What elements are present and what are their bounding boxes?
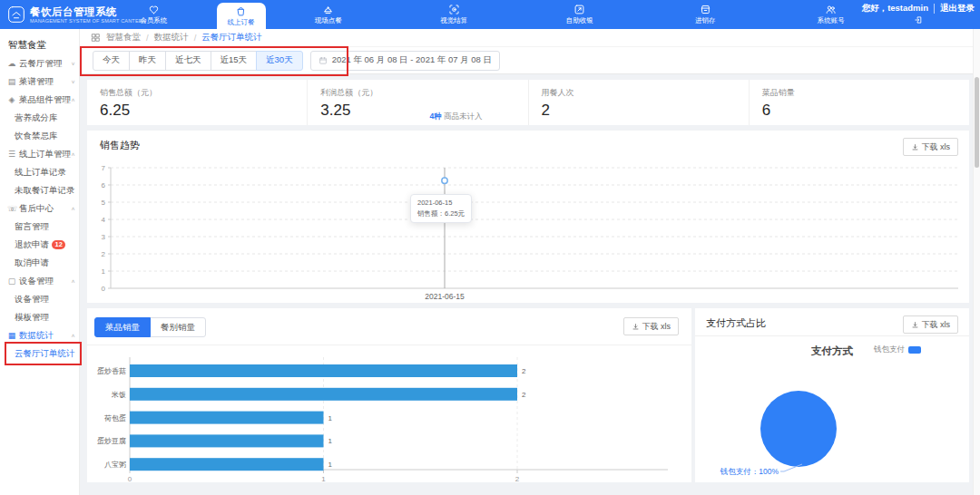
download-label: 下载 xls — [642, 321, 671, 333]
chevron-up-icon: ∧ — [71, 151, 75, 157]
sidebar-label: 取消申请 — [15, 257, 49, 269]
top-navigation: 会员系统线上订餐现场点餐视觉结算自助收银进销存系统账号 — [91, 0, 894, 29]
sidebar-label: 线上订单记录 — [15, 167, 66, 179]
svg-text:2: 2 — [515, 475, 520, 482]
filter-bar: 今天昨天近七天近15天近30天 2021 年 06 月 08 日 - 2021 … — [80, 47, 980, 74]
sidebar-label: 云餐厅管理 — [19, 58, 63, 70]
svg-text:0: 0 — [102, 285, 106, 293]
sidebar-label: 售后中心 — [19, 203, 54, 215]
svg-text:1: 1 — [102, 267, 106, 276]
svg-text:1: 1 — [328, 461, 333, 469]
sidebar-label: 留言管理 — [15, 221, 49, 233]
users-icon — [825, 4, 837, 15]
svg-text:1: 1 — [328, 437, 333, 445]
sidebar-item-7[interactable]: ☰线上订单管理∧ — [0, 145, 79, 163]
sales-trend-line-chart[interactable]: 012345672021-06-15 — [87, 158, 969, 303]
sidebar-item-13[interactable]: 取消申请 — [0, 254, 79, 272]
sidebar-item-11[interactable]: 留言管理 — [0, 218, 79, 236]
chevron-down-icon: ∨ — [71, 79, 75, 84]
download-xls-button[interactable]: 下载 xls — [903, 138, 959, 156]
sidebar-item-6[interactable]: 饮食禁忌库 — [0, 127, 79, 145]
logout-icon[interactable] — [914, 15, 923, 24]
store-icon — [700, 4, 711, 15]
svg-text:0: 0 — [128, 475, 132, 482]
sidebar-item-10[interactable]: ☏售后中心∧ — [0, 199, 79, 218]
filter-range-button-5[interactable]: 近30天 — [256, 51, 303, 71]
self-checkout-icon — [573, 4, 585, 15]
stat-value: 2 — [542, 102, 749, 120]
sidebar-item-14[interactable]: ▢设备管理∧ — [0, 272, 79, 290]
date-range-picker[interactable]: 2021 年 06 月 08 日 - 2021 年 07 月 08 日 — [310, 51, 500, 71]
sidebar-item-12[interactable]: 退款申请12 — [0, 236, 79, 254]
filter-range-button-2[interactable]: 昨天 — [129, 51, 166, 71]
stat-card-3: 用餐人次2 — [528, 80, 749, 125]
sidebar-item-4[interactable]: ◈菜品组件管理∧ — [0, 91, 79, 109]
dish-sales-bar-chart[interactable]: 012蛋炒香菇2米饭2荷包蛋1蛋炒豆腐1八宝粥1 — [87, 352, 691, 482]
sales-trend-panel: 销售趋势 下载 xls 012345672021-06-15 2021-06-1… — [87, 131, 969, 303]
download-xls-button[interactable]: 下载 xls — [903, 315, 959, 334]
sidebar-item-3[interactable]: ▤菜谱管理∨ — [0, 73, 79, 91]
logo-icon — [7, 5, 25, 24]
svg-text:2021-06-15: 2021-06-15 — [425, 292, 465, 301]
stat-label: 菜品销量 — [762, 87, 969, 99]
svg-text:3: 3 — [102, 233, 106, 241]
cloud-restaurant-icon: ☁ — [7, 59, 16, 68]
dish-sales-tab-1[interactable]: 菜品销量 — [94, 317, 151, 337]
topnav-item-1[interactable]: 会员系统 — [91, 0, 217, 29]
download-icon — [911, 321, 919, 329]
statistics-icon: ▦ — [7, 331, 16, 340]
breadcrumb-item[interactable]: 智慧食堂 — [106, 32, 141, 44]
svg-text:钱包支付：100%: 钱包支付：100% — [720, 467, 779, 476]
user-greeting: 您好，testadmin — [862, 3, 928, 15]
sidebar-label: 数据统计 — [19, 330, 54, 342]
breadcrumb-item[interactable]: 数据统计 — [154, 32, 189, 44]
topnav-item-2[interactable]: 线上订餐 — [217, 3, 266, 29]
scrollbar-thumb[interactable] — [975, 77, 979, 168]
sidebar-label: 饮食禁忌库 — [15, 131, 58, 142]
topnav-label: 会员系统 — [140, 16, 167, 25]
tooltip-value: 销售额：6.25元 — [417, 209, 465, 219]
date-range-value: 2021 年 06 月 08 日 - 2021 年 07 月 08 日 — [332, 54, 492, 66]
sidebar-item-17[interactable]: ▦数据统计∧ — [0, 326, 79, 345]
grid-icon — [91, 33, 101, 43]
svg-text:7: 7 — [102, 164, 106, 172]
sidebar-item-18[interactable]: 云餐厅订单统计 — [0, 345, 79, 363]
sidebar-item-8[interactable]: 线上订单记录 — [0, 163, 79, 181]
stat-label: 用餐人次 — [542, 87, 749, 99]
sidebar-label: 菜谱管理 — [19, 76, 54, 88]
stat-note: 4种 商品未计入 — [429, 112, 482, 122]
topnav-item-3[interactable]: 现场点餐 — [266, 0, 392, 29]
download-xls-button[interactable]: 下载 xls — [623, 317, 680, 335]
vertical-scrollbar[interactable] — [973, 29, 980, 495]
download-icon — [911, 143, 919, 151]
online-order-icon: ☰ — [7, 150, 16, 159]
user-area: 您好，testadmin 退出登录 — [862, 3, 975, 24]
topnav-item-5[interactable]: 自助收银 — [517, 0, 643, 29]
stat-card-4: 菜品销量6 — [749, 80, 969, 125]
takeout-bag-icon — [235, 5, 247, 17]
sidebar-item-2[interactable]: ☁云餐厅管理∨ — [0, 54, 79, 73]
chevron-up-icon: ∧ — [71, 97, 75, 102]
divider — [87, 345, 691, 345]
topnav-label: 自助收银 — [566, 16, 593, 25]
sidebar-item-15[interactable]: 设备管理 — [0, 290, 79, 308]
after-sales-icon: ☏ — [7, 204, 16, 213]
filter-range-button-3[interactable]: 近七天 — [165, 51, 211, 71]
dish-sales-tab-2[interactable]: 餐别销量 — [150, 317, 206, 337]
topnav-item-4[interactable]: 视觉结算 — [391, 0, 517, 29]
user-divider — [934, 4, 935, 14]
quick-range-buttons: 今天昨天近七天近15天近30天 — [93, 51, 303, 71]
svg-text:5: 5 — [102, 199, 106, 207]
stat-note-text: 商品未计入 — [444, 112, 483, 121]
sidebar-item-1: 智慧食堂 — [0, 36, 79, 54]
payment-pie-chart[interactable]: 钱包支付：100% — [695, 335, 969, 482]
topnav-label: 视觉结算 — [440, 16, 467, 25]
topnav-item-6[interactable]: 进销存 — [642, 0, 769, 29]
logout-link[interactable]: 退出登录 — [940, 3, 975, 15]
stat-label: 销售总额（元） — [100, 87, 307, 99]
sidebar-item-9[interactable]: 未取餐订单记录 — [0, 181, 79, 199]
sidebar-item-5[interactable]: 营养成分库 — [0, 109, 79, 127]
filter-range-button-1[interactable]: 今天 — [93, 51, 130, 71]
filter-range-button-4[interactable]: 近15天 — [211, 51, 258, 71]
sidebar-item-16[interactable]: 模板管理 — [0, 308, 79, 326]
